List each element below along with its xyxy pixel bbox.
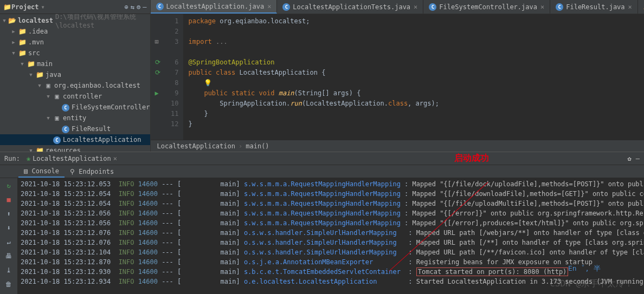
console-output[interactable]: 2021-10-18 15:23:12.053 INFO 14600 --- […: [17, 178, 644, 294]
log-line: 2021-10-18 15:23:12.056 INFO 14600 --- […: [21, 208, 641, 218]
breadcrumb-class[interactable]: LocaltestApplication: [157, 142, 236, 150]
editor-tabs: CLocaltestApplication.java×CLocaltestApp…: [151, 0, 645, 14]
log-line: 2021-10-18 15:23:12.054 INFO 14600 --- […: [21, 199, 641, 208]
hide-panel-icon[interactable]: —: [636, 155, 640, 162]
tree-item-resources[interactable]: ▼📁resources: [0, 145, 150, 152]
code-content[interactable]: package org.eqianbao.localtest;import ..…: [183, 14, 645, 140]
tree-item-src[interactable]: ▼📁src: [0, 48, 150, 58]
run-label: Run:: [4, 155, 20, 162]
editor-tab-FileResult-java[interactable]: CFileResult.java×: [550, 0, 638, 14]
editor-tab-LocaltestApplicationTests-java[interactable]: CLocaltestApplicationTests.java×: [277, 0, 423, 14]
log-line: 2021-10-18 15:23:12.076 INFO 14600 --- […: [21, 238, 641, 247]
tab-console[interactable]: ▤ Console: [18, 165, 65, 178]
gear-icon[interactable]: ✿: [628, 155, 632, 162]
project-sidebar: 📁 Project ▾ ⊕ ⇆ ⚙ — ▼📂localtestD:\项目代码\视…: [0, 0, 151, 152]
tree-item-main[interactable]: ▼📁main: [0, 58, 150, 69]
log-line: 2021-10-18 15:23:12.053 INFO 14600 --- […: [21, 179, 641, 189]
run-header: Run: ❀ LocaltestApplication × ✿ —: [0, 152, 644, 165]
editor-tab-pom-xml[interactable]: mpom.xml×: [638, 0, 644, 14]
stop-button[interactable]: ■: [3, 194, 14, 205]
console-icon: ▤: [24, 167, 28, 175]
run-config-name[interactable]: LocaltestApplication: [33, 155, 111, 162]
ime-indicator: En ˇ, 半: [568, 264, 601, 273]
breadcrumb[interactable]: LocaltestApplication › main(): [151, 140, 645, 152]
run-panel: Run: ❀ LocaltestApplication × ✿ — ▤ Cons…: [0, 152, 644, 294]
up-button[interactable]: ⬆: [3, 208, 14, 219]
tree-item-java[interactable]: ▼📁java: [0, 69, 150, 80]
log-line: 2021-10-18 15:23:12.104 INFO 14600 --- […: [21, 247, 641, 257]
tree-item-controller[interactable]: ▼▣controller: [0, 91, 150, 102]
gear-icon[interactable]: ⚙: [137, 3, 140, 11]
editor-gutter[interactable]: 12⊞3⟳6⟳78▶9101112: [151, 14, 183, 140]
tree-item-entity[interactable]: ▼▣entity: [0, 113, 150, 123]
log-line: 2021-10-18 15:23:12.870 INFO 14600 --- […: [21, 257, 641, 267]
spring-icon: ❀: [27, 155, 30, 162]
tree-item-org-eqianbao-localtest[interactable]: ▼▣org.eqianbao.localtest: [0, 80, 150, 91]
log-line: 2021-10-18 15:23:12.054 INFO 14600 --- […: [21, 189, 641, 199]
endpoints-icon: ⚲: [70, 168, 75, 175]
project-title: Project: [11, 3, 39, 11]
chevron-down-icon[interactable]: ▾: [41, 3, 45, 11]
log-line: 2021-10-18 15:23:12.076 INFO 14600 --- […: [21, 228, 641, 238]
wrap-button[interactable]: ↵: [3, 237, 14, 247]
down-button[interactable]: ⬇: [3, 223, 14, 233]
close-tab-icon[interactable]: ×: [113, 155, 117, 162]
rerun-button[interactable]: ↻: [3, 180, 14, 191]
breadcrumb-method[interactable]: main(): [246, 142, 269, 150]
target-icon[interactable]: ⊕: [125, 3, 128, 11]
editor-tab-LocaltestApplication-java[interactable]: CLocaltestApplication.java×: [151, 0, 278, 14]
print-button[interactable]: 🖶: [3, 251, 14, 262]
run-toolbar: ↻ ■ ⬆ ⬇ ↵ 🖶 ⤓ 🗑: [0, 178, 17, 294]
folder-icon: 📁: [3, 3, 11, 11]
collapse-icon[interactable]: ⇆: [131, 3, 134, 11]
tab-endpoints[interactable]: ⚲ Endpoints: [65, 165, 119, 178]
editor-tab-FileSystemController-java[interactable]: CFileSystemController.java×: [423, 0, 550, 14]
tree-root[interactable]: ▼📂localtestD:\项目代码\视具管理系统\localtest: [0, 15, 150, 26]
editor-area: CLocaltestApplication.java×CLocaltestApp…: [151, 0, 645, 152]
log-line: 2021-10-18 15:23:12.934 INFO 14600 --- […: [21, 277, 641, 286]
run-sub-tabs: ▤ Console ⚲ Endpoints: [0, 165, 644, 178]
log-line: 2021-10-18 15:23:12.056 INFO 14600 --- […: [21, 218, 641, 228]
clear-button[interactable]: 🗑: [3, 279, 14, 290]
tree-item--mvn[interactable]: ▶📁.mvn: [0, 37, 150, 48]
hide-icon[interactable]: —: [143, 3, 146, 11]
tree-item-LocaltestApplication[interactable]: CLocaltestApplication: [0, 134, 150, 145]
tree-item-FileSystemController[interactable]: CFileSystemController: [0, 102, 150, 113]
code-editor[interactable]: ✔ 12⊞3⟳6⟳78▶9101112 package org.eqianbao…: [151, 14, 645, 140]
project-header: 📁 Project ▾ ⊕ ⇆ ⚙ —: [0, 0, 150, 14]
tree-item-FileResult[interactable]: CFileResult: [0, 123, 150, 134]
scroll-button[interactable]: ⤓: [3, 265, 14, 276]
chevron-right-icon: ›: [239, 142, 242, 150]
project-tree[interactable]: ▼📂localtestD:\项目代码\视具管理系统\localtest▶📁.id…: [0, 14, 150, 152]
log-line: 2021-10-18 15:23:12.930 INFO 14600 --- […: [21, 267, 641, 277]
